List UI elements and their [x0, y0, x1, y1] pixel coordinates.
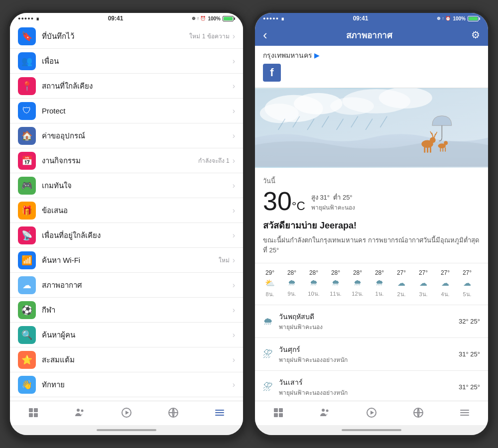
temperature: 30°C: [263, 188, 305, 214]
today-weather: วันนี้ 30°C สูง 31° ต่ำ 25° พายุฝนฟ้าคะน…: [255, 168, 488, 263]
saved-badge: ใหม่ 1 ข้อความ: [189, 31, 229, 41]
status-icons: ⊕ ↑ ⏰: [437, 16, 451, 21]
tab-watch[interactable]: [348, 401, 395, 424]
events-badge: กำลังจะถึง 1: [198, 156, 230, 165]
weather-illustration: [255, 88, 488, 168]
day-name: วันพฤหัสบดี: [279, 311, 459, 322]
chevron-icon: ›: [233, 156, 235, 165]
home-indicator: [255, 425, 488, 435]
battery-indicator: [223, 16, 235, 21]
rain-icon: ⛈: [263, 348, 273, 360]
right-status-bar: ●●●●● ∎ 09:41 ⊕ ↑ ⏰ 100%: [255, 13, 488, 24]
menu-item-weather[interactable]: ☁ สภาพอากาศ ›: [10, 273, 243, 298]
weather-header-area: กรุงเทพมหานคร ▶ f: [255, 46, 488, 88]
tab-feed[interactable]: [10, 401, 57, 424]
menu-item-marketplace[interactable]: 🏠 ค่าขออุปกรณ์ ›: [10, 123, 243, 148]
settings-button[interactable]: ⚙: [471, 29, 480, 41]
games-label: เกมทันใจ: [42, 180, 233, 192]
hour-item: 29° ⛅ 8น.: [259, 269, 281, 299]
menu-item-nearby[interactable]: 📍 สถานที่ใกล้เคียง ›: [10, 74, 243, 99]
points-label: สะสมแต้ม: [42, 354, 233, 366]
back-button[interactable]: ‹: [263, 27, 267, 43]
find-friends-icon: 🔍: [18, 326, 36, 344]
menu-item-wifi[interactable]: 📶 ค้นหา Wi-Fi ใหม่ ›: [10, 248, 243, 273]
nearby-label: สถานที่ใกล้เคียง: [42, 80, 233, 92]
svg-rect-53: [460, 415, 469, 416]
svg-point-17: [379, 88, 432, 109]
svg-rect-42: [274, 408, 278, 412]
right-phone: ●●●●● ∎ 09:41 ⊕ ↑ ⏰ 100% ‹ สภาพอากาศ ⚙: [252, 10, 491, 438]
tab-friends[interactable]: [57, 401, 104, 424]
rain-cloud-icon: 🌧: [375, 278, 383, 287]
protect-icon: 🛡: [18, 102, 36, 120]
weather-label: สภาพอากาศ: [42, 279, 233, 291]
menu-item-offers[interactable]: 🎁 ข้อเสนอ ›: [10, 198, 243, 223]
wifi-badge: ใหม่: [219, 255, 230, 265]
day-row-thu: 🌧 วันพฤหัสบดี พายุฝนฟ้าคะนอง 32° 25°: [255, 305, 488, 338]
hour-item: 27° ☁ 5น.: [456, 269, 478, 299]
battery-pct: 100%: [208, 16, 221, 21]
cloud-icon: ☁: [419, 278, 427, 288]
tab-globe[interactable]: [150, 401, 197, 424]
menu-item-points[interactable]: ⭐ สะสมแต้ม ›: [10, 347, 243, 372]
menu-item-friends[interactable]: 👥 เพื่อน ›: [10, 49, 243, 74]
nearby-friends-label: เพื่อนที่อยู่ใกล้เคียง: [42, 229, 233, 241]
svg-rect-2: [29, 413, 33, 417]
protect-label: Protect: [42, 107, 233, 115]
menu-item-fundraiser[interactable]: 👋 ทักทาย ›: [10, 372, 243, 397]
hourly-forecast: 29° ⛅ 8น. 28° 🌧 9น. 28° 🌧 10น. 28° 🌧: [255, 263, 488, 305]
svg-rect-38: [440, 147, 441, 152]
rain-cloud-icon: 🌧: [288, 278, 296, 287]
svg-rect-39: [442, 147, 443, 152]
svg-rect-40: [445, 147, 446, 152]
menu-item-saved[interactable]: 🔖 ที่บันทึกไว้ ใหม่ 1 ข้อความ ›: [10, 24, 243, 49]
fb-logo: f: [263, 64, 281, 82]
tab-menu[interactable]: [441, 401, 488, 424]
hour-item: 27° ☁ 4น.: [434, 269, 456, 299]
hour-item: 28° 🌧 9น.: [281, 269, 303, 299]
signal-dots: ●●●●●: [18, 16, 34, 21]
chevron-icon: ›: [233, 331, 235, 339]
battery-pct: 100%: [453, 16, 466, 21]
svg-point-47: [326, 410, 329, 412]
svg-rect-31: [430, 146, 431, 153]
menu-item-events[interactable]: 📅 งานกิจกรรม กำลังจะถึง 1 ›: [10, 148, 243, 173]
friends-icon: 👥: [18, 52, 36, 70]
chevron-icon: ›: [233, 231, 235, 240]
rain-icon: ⛈: [263, 381, 273, 393]
rain-cloud-icon: ⛅: [265, 278, 275, 288]
day-name: วันเสาร์: [279, 377, 459, 388]
menu-item-nearby-friends[interactable]: 📡 เพื่อนที่อยู่ใกล้เคียง ›: [10, 223, 243, 248]
nearby-icon: 📍: [18, 77, 36, 95]
left-status-bar: ●●●●● ∎ 09:41 ⊕ ↑ ⏰ 100%: [10, 13, 243, 24]
games-icon: 🎮: [18, 177, 36, 195]
svg-rect-0: [29, 408, 33, 412]
wifi-icon: ∎: [36, 15, 39, 22]
daily-forecast: 🌧 วันพฤหัสบดี พายุฝนฟ้าคะนอง 32° 25° ⛈ ว…: [255, 305, 488, 401]
hour-item: 27° ☁ 2น.: [390, 269, 412, 299]
left-tab-bar: [10, 401, 243, 425]
signal-dots: ●●●●●: [263, 16, 279, 21]
rain-icon: 🌧: [263, 316, 273, 327]
find-friends-label: ค้นหาผู้คน: [42, 329, 233, 341]
menu-item-find-friends[interactable]: 🔍 ค้นหาผู้คน ›: [10, 323, 243, 347]
menu-item-games[interactable]: 🎮 เกมทันใจ ›: [10, 173, 243, 198]
chevron-icon: ›: [233, 281, 235, 290]
svg-rect-51: [460, 410, 469, 411]
tab-feed[interactable]: [255, 401, 302, 424]
svg-point-5: [81, 410, 84, 412]
temp-hi-lo: สูง 31° ต่ำ 25°: [311, 192, 355, 203]
tab-friends[interactable]: [302, 401, 349, 424]
rain-cloud-icon: 🌧: [332, 278, 340, 287]
home-indicator: [10, 425, 243, 435]
today-label: วันนี้: [263, 176, 480, 186]
svg-rect-44: [274, 413, 278, 417]
tab-menu[interactable]: [196, 401, 243, 424]
greeting: สวัสดียามบ่าย Jeerapa!: [263, 218, 480, 232]
svg-point-18: [330, 98, 374, 115]
tab-globe[interactable]: [395, 401, 442, 424]
tab-watch[interactable]: [103, 401, 150, 424]
menu-item-sports[interactable]: ⚽ กีฬา ›: [10, 298, 243, 323]
menu-item-protect[interactable]: 🛡 Protect ›: [10, 99, 243, 123]
battery-indicator: [468, 16, 480, 21]
